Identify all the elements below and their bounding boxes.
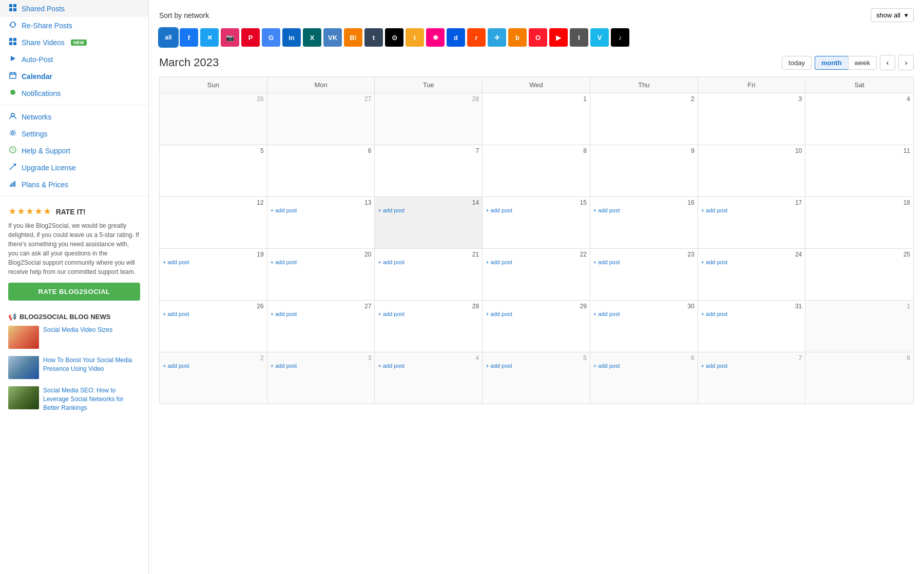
network-icon-blogger2[interactable]: b xyxy=(508,28,527,47)
network-icon-reddit[interactable]: r xyxy=(467,28,486,47)
network-icon-pinterest[interactable]: P xyxy=(241,28,260,47)
calendar-cell[interactable]: 30+ add post xyxy=(590,301,698,352)
network-icon-google[interactable]: G xyxy=(262,28,280,47)
blog-post-link[interactable]: Social Media SEO: How to Leverage Social… xyxy=(43,386,140,412)
network-icon-opera[interactable]: O xyxy=(529,28,547,47)
calendar-cell[interactable]: 31+ add post xyxy=(698,301,806,352)
network-icon-vimeo[interactable]: V xyxy=(590,28,609,47)
add-post-link[interactable]: + add post xyxy=(701,259,802,265)
calendar-cell[interactable]: 6 xyxy=(267,145,375,196)
add-post-link[interactable]: + add post xyxy=(378,363,479,369)
add-post-link[interactable]: + add post xyxy=(163,311,264,317)
calendar-cell[interactable]: 29+ add post xyxy=(483,301,590,352)
network-icon-twitter[interactable]: ✕ xyxy=(200,28,219,47)
calendar-cell[interactable]: 20+ add post xyxy=(267,249,375,300)
calendar-cell[interactable]: 19+ add post xyxy=(160,249,267,300)
network-icon-flickr[interactable]: ❋ xyxy=(426,28,445,47)
network-icon-instagram[interactable]: 📷 xyxy=(221,28,239,47)
sidebar-item-notifications[interactable]: Notifications xyxy=(0,85,148,102)
add-post-link[interactable]: + add post xyxy=(271,207,372,213)
prev-month-button[interactable]: ‹ xyxy=(880,55,895,70)
network-icon-blogger[interactable]: B! xyxy=(344,28,362,47)
network-icon-all[interactable]: all xyxy=(159,28,178,47)
calendar-cell[interactable]: 9 xyxy=(590,145,698,196)
show-all-dropdown[interactable]: show all ▾ xyxy=(871,8,914,22)
network-icon-tiktok[interactable]: ♪ xyxy=(611,28,629,47)
sidebar-item-upgrade-license[interactable]: Upgrade License xyxy=(0,159,148,176)
add-post-link[interactable]: + add post xyxy=(593,259,695,265)
calendar-cell[interactable]: 16+ add post xyxy=(590,197,698,248)
add-post-link[interactable]: + add post xyxy=(701,311,802,317)
rate-blog2social-button[interactable]: RATE BLOG2SOCIAL xyxy=(8,283,140,301)
add-post-link[interactable]: + add post xyxy=(486,311,587,317)
calendar-cell[interactable]: 27 xyxy=(267,93,375,145)
add-post-link[interactable]: + add post xyxy=(593,363,695,369)
calendar-cell[interactable]: 15+ add post xyxy=(483,197,590,248)
week-view-button[interactable]: week xyxy=(848,56,877,70)
sidebar-item-help-support[interactable]: ?Help & Support xyxy=(0,142,148,159)
network-icon-linkedin[interactable]: in xyxy=(282,28,301,47)
calendar-cell[interactable]: 6+ add post xyxy=(590,352,698,404)
calendar-cell[interactable]: 28 xyxy=(375,93,483,145)
network-icon-vk[interactable]: VK xyxy=(323,28,342,47)
calendar-cell[interactable]: 3 xyxy=(698,93,806,145)
calendar-cell[interactable]: 26 xyxy=(160,93,267,145)
calendar-cell[interactable]: 4 xyxy=(805,93,913,145)
add-post-link[interactable]: + add post xyxy=(486,363,587,369)
calendar-cell[interactable]: 1 xyxy=(483,93,590,145)
blog-post-link[interactable]: Social Media Video Sizes xyxy=(43,326,112,334)
sidebar-item-shared-posts[interactable]: Shared Posts xyxy=(0,0,148,17)
calendar-cell[interactable]: 25 xyxy=(805,249,913,300)
sidebar-item-calendar[interactable]: Calendar xyxy=(0,68,148,85)
sidebar-item-plans-prices[interactable]: Plans & Prices xyxy=(0,176,148,193)
today-button[interactable]: today xyxy=(782,56,812,70)
sidebar-item-auto-post[interactable]: Auto-Post xyxy=(0,51,148,68)
calendar-cell[interactable]: 14+ add post xyxy=(375,197,483,248)
add-post-link[interactable]: + add post xyxy=(486,259,587,265)
calendar-cell[interactable]: 28+ add post xyxy=(375,301,483,352)
add-post-link[interactable]: + add post xyxy=(593,207,695,213)
calendar-cell[interactable]: 2 xyxy=(590,93,698,145)
add-post-link[interactable]: + add post xyxy=(486,207,587,213)
calendar-cell[interactable]: 18 xyxy=(805,197,913,248)
sidebar-item-share-videos[interactable]: Share VideosNEW xyxy=(0,34,148,51)
calendar-cell[interactable]: 27+ add post xyxy=(267,301,375,352)
calendar-cell[interactable]: 7 xyxy=(375,145,483,196)
calendar-cell[interactable]: 10 xyxy=(698,145,806,196)
add-post-link[interactable]: + add post xyxy=(163,363,264,369)
calendar-cell[interactable]: 5 xyxy=(160,145,267,196)
calendar-cell[interactable]: 8 xyxy=(483,145,590,196)
network-icon-digg[interactable]: d xyxy=(447,28,465,47)
sidebar-item-settings[interactable]: Settings xyxy=(0,125,148,142)
network-icon-youtube[interactable]: ▶ xyxy=(549,28,568,47)
add-post-link[interactable]: + add post xyxy=(378,259,479,265)
add-post-link[interactable]: + add post xyxy=(378,207,479,213)
calendar-cell[interactable]: 1 xyxy=(805,301,913,352)
next-month-button[interactable]: › xyxy=(898,55,914,70)
sidebar-item-reshare-posts[interactable]: Re-Share Posts xyxy=(0,17,148,34)
calendar-cell[interactable]: 2+ add post xyxy=(160,352,267,404)
network-icon-medium[interactable]: ⊙ xyxy=(385,28,403,47)
calendar-cell[interactable]: 4+ add post xyxy=(375,352,483,404)
add-post-link[interactable]: + add post xyxy=(701,363,802,369)
calendar-cell[interactable]: 21+ add post xyxy=(375,249,483,300)
calendar-cell[interactable]: 12 xyxy=(160,197,267,248)
add-post-link[interactable]: + add post xyxy=(163,259,264,265)
calendar-cell[interactable]: 3+ add post xyxy=(267,352,375,404)
network-icon-tumblr[interactable]: t xyxy=(364,28,383,47)
calendar-cell[interactable]: 26+ add post xyxy=(160,301,267,352)
add-post-link[interactable]: + add post xyxy=(271,363,372,369)
calendar-cell[interactable]: 13+ add post xyxy=(267,197,375,248)
calendar-cell[interactable]: 22+ add post xyxy=(483,249,590,300)
sidebar-item-networks[interactable]: Networks xyxy=(0,108,148,125)
add-post-link[interactable]: + add post xyxy=(701,207,802,213)
calendar-cell[interactable]: 8 xyxy=(805,352,913,404)
blog-post-link[interactable]: How To Boost Your Social Media Presence … xyxy=(43,356,140,373)
add-post-link[interactable]: + add post xyxy=(271,311,372,317)
month-view-button[interactable]: month xyxy=(815,56,848,70)
network-icon-telegram[interactable]: ✈ xyxy=(488,28,506,47)
add-post-link[interactable]: + add post xyxy=(593,311,695,317)
calendar-cell[interactable]: 5+ add post xyxy=(483,352,590,404)
calendar-cell[interactable]: 7+ add post xyxy=(698,352,806,404)
network-icon-torial[interactable]: t xyxy=(406,28,424,47)
